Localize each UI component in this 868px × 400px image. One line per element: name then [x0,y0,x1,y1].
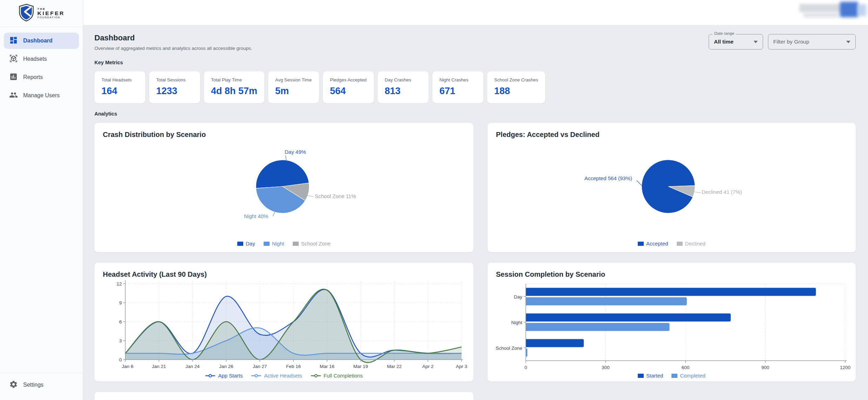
bar-completed-day [526,297,687,306]
metric-school-zone-crashes: School Zone Crashes 188 [487,71,545,103]
legend-label: Active Headsets [264,373,302,379]
app-root: THE KIEFER FOUNDATION Dashboard Headsets [0,0,868,400]
main-area: Dashboard Overview of aggregated metrics… [83,0,868,400]
legend-item-declined[interactable]: Declined [677,241,705,247]
legend-item-started[interactable]: Started [638,373,663,379]
legend-swatch [264,242,270,246]
sidebar-item-label: Manage Users [23,92,60,99]
crash-distribution-card: Crash Distribution by Scenario Day 49%Ni… [94,123,473,252]
metric-value: 164 [101,86,138,97]
y-tick-label: 3 [119,338,122,343]
x-tick-label: Feb 16 [286,364,301,369]
metric-label: Night Crashes [439,77,476,83]
metric-day-crashes: Day Crashes 813 [378,71,429,103]
sidebar-item-settings[interactable]: Settings [4,377,79,393]
key-metrics-heading: Key Metrics [94,60,856,65]
org-logo: THE KIEFER FOUNDATION [0,0,83,27]
sidebar-item-label: Dashboard [23,38,53,44]
x-tick-label: Mar 22 [387,364,402,369]
pie-callout-declined: Declined 41 (7%) [702,189,742,195]
sidebar: THE KIEFER FOUNDATION Dashboard Headsets [0,0,83,400]
x-tick-label: Mar 16 [320,364,334,369]
legend-swatch [671,374,677,378]
logo-line-foundation: FOUNDATION [38,16,65,19]
legend-label: Declined [685,241,705,247]
headset-3d-icon [9,54,18,64]
metric-value: 671 [439,86,476,97]
sidebar-item-headsets[interactable]: Headsets [4,51,79,67]
page-title: Dashboard [94,33,252,42]
legend-swatch [677,242,683,246]
callout-line [637,181,642,186]
metrics-row: Total Headsets 164 Total Sessions 1233 T… [94,71,856,103]
y-tick-label: 12 [117,281,122,287]
x-tick-label: 1200 [840,365,850,370]
legend-item-school-zone[interactable]: School Zone [293,241,331,247]
metric-pledges-accepted: Pledges Accepted 564 [323,71,374,103]
x-tick-label: Jan 26 [219,364,233,369]
sidebar-item-reports[interactable]: Reports [4,69,79,85]
legend-item-accepted[interactable]: Accepted [638,241,668,247]
legend-label: Full Completions [324,373,363,379]
legend-label: Completed [680,373,705,379]
legend-swatch [638,374,644,378]
crash-pie-chart: Day 49%Night 40%School Zone 11% [94,123,473,252]
bar-category-label: Day [514,294,522,300]
x-tick-label: Apr 3 [456,364,467,369]
legend-item-night[interactable]: Night [264,241,284,247]
filters: Date range All time Filter by Group [709,34,856,50]
sidebar-item-label: Settings [23,382,44,388]
legend-label: Accepted [646,241,668,247]
x-tick-label: 900 [761,365,769,370]
date-range-value: All time [714,39,734,45]
metric-night-crashes: Night Crashes 671 [432,71,483,103]
user-email-redacted [803,13,839,18]
x-tick-label: Jan 21 [152,364,166,369]
sidebar-item-label: Headsets [23,56,47,62]
callout-line [694,192,701,193]
page-title-block: Dashboard Overview of aggregated metrics… [94,33,252,51]
activity-line-legend: App StartsActive HeadsetsFull Completion… [94,373,473,379]
metric-label: Total Sessions [156,77,193,83]
legend-item-day[interactable]: Day [237,241,255,247]
metric-label: School Zone Crashes [494,77,538,83]
legend-line-marker [311,374,321,378]
topbar [83,0,868,25]
metric-value: 188 [494,86,538,97]
group-filter-value: Filter by Group [773,39,809,45]
metric-label: Pledges Accepted [330,77,367,83]
reports-icon [9,72,18,83]
metric-label: Avg Session Time [275,77,312,83]
sidebar-nav: Dashboard Headsets Reports Manage Users [0,27,83,106]
metric-value: 813 [385,86,422,97]
user-menu-redacted [857,4,867,16]
metric-value: 1233 [156,86,193,97]
legend-label: Day [246,241,255,247]
bar-category-label: School Zone [496,346,522,351]
metric-total-play-time: Total Play Time 4d 8h 57m [204,71,264,103]
group-filter-select[interactable]: Filter by Group [768,34,856,50]
x-tick-label: Jan 6 [122,364,133,369]
metric-value: 4d 8h 57m [211,86,257,97]
sidebar-item-manage-users[interactable]: Manage Users [4,87,79,104]
legend-label: App Starts [218,373,243,379]
page-header: Dashboard Overview of aggregated metrics… [94,33,856,51]
gear-icon [9,380,18,390]
legend-item-active-headsets[interactable]: Active Headsets [251,373,302,379]
chevron-down-icon [846,41,850,43]
x-tick-label: 0 [524,365,527,370]
pie-callout-accepted: Accepted 564 (93%) [584,175,632,181]
charts-grid: Crash Distribution by Scenario Day 49%Ni… [94,123,856,400]
legend-item-full-completions[interactable]: Full Completions [311,373,363,379]
manage-users-icon [9,91,18,101]
legend-item-completed[interactable]: Completed [671,373,705,379]
user-avatar-redacted[interactable] [840,2,858,17]
bar-started-night [526,314,731,322]
x-tick-label: 600 [682,365,690,370]
bar-category-label: Night [511,320,522,325]
dashboard-icon [9,36,18,46]
sidebar-item-dashboard[interactable]: Dashboard [4,33,79,49]
date-range-select[interactable]: Date range All time [709,34,763,50]
shield-logo-icon [18,4,34,23]
legend-item-app-starts[interactable]: App Starts [205,373,243,379]
